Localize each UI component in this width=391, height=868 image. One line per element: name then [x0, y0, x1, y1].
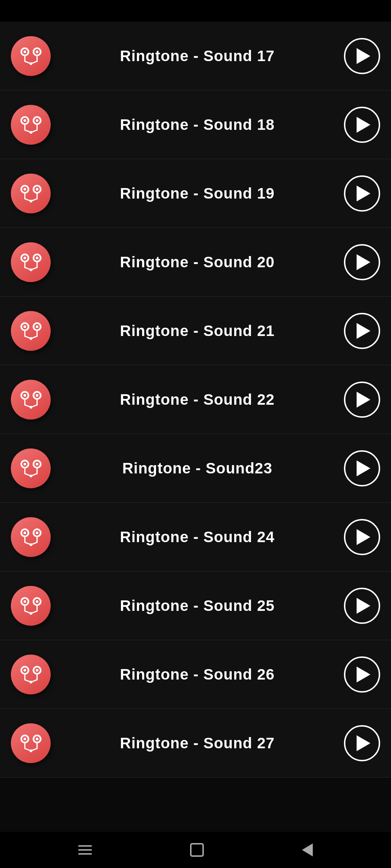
svg-point-16 — [35, 119, 38, 122]
play-button[interactable] — [344, 588, 380, 624]
home-icon[interactable] — [190, 843, 204, 857]
svg-point-60 — [35, 394, 38, 397]
list-item[interactable]: Ringtone - Sound 26 — [0, 640, 391, 709]
play-triangle-icon — [357, 667, 370, 682]
play-triangle-icon — [357, 460, 370, 476]
list-item[interactable]: Ringtone - Sound 27 — [0, 709, 391, 778]
play-triangle-icon — [357, 323, 370, 339]
svg-point-27 — [35, 188, 38, 191]
ringtone-name: Ringtone - Sound 20 — [51, 254, 344, 271]
play-triangle-icon — [357, 254, 370, 270]
svg-point-35 — [23, 257, 26, 260]
play-button[interactable] — [344, 175, 380, 212]
earbuds-icon — [11, 517, 51, 557]
svg-point-98 — [29, 612, 32, 615]
play-button[interactable] — [344, 382, 380, 418]
play-button[interactable] — [344, 107, 380, 143]
svg-point-24 — [23, 188, 26, 191]
svg-point-76 — [29, 475, 32, 477]
play-button[interactable] — [344, 725, 380, 761]
svg-point-112 — [23, 738, 26, 741]
ringtone-name: Ringtone - Sound 25 — [51, 597, 344, 614]
list-item[interactable]: Ringtone - Sound 24 — [0, 503, 391, 571]
svg-point-68 — [23, 463, 26, 466]
svg-point-46 — [23, 326, 26, 328]
play-button[interactable] — [344, 519, 380, 555]
ringtone-name: Ringtone - Sound 27 — [51, 735, 344, 752]
play-triangle-icon — [357, 735, 370, 751]
svg-point-79 — [23, 532, 26, 535]
list-item[interactable]: Ringtone - Sound 21 — [0, 297, 391, 365]
earbuds-icon — [11, 36, 51, 76]
status-bar — [0, 0, 391, 22]
svg-point-21 — [29, 131, 32, 134]
earbuds-icon — [11, 586, 51, 626]
svg-point-13 — [23, 119, 26, 122]
earbuds-icon — [11, 723, 51, 763]
ringtone-name: Ringtone - Sound 18 — [51, 116, 344, 133]
play-button[interactable] — [344, 450, 380, 486]
earbuds-icon — [11, 174, 51, 213]
svg-point-57 — [23, 394, 26, 397]
svg-point-93 — [35, 600, 38, 603]
svg-point-87 — [29, 543, 32, 546]
svg-point-65 — [29, 406, 32, 409]
svg-point-2 — [23, 51, 26, 54]
ringtone-name: Ringtone - Sound 26 — [51, 666, 344, 683]
earbuds-icon — [11, 311, 51, 351]
play-triangle-icon — [357, 186, 370, 201]
svg-point-109 — [29, 681, 32, 684]
play-button[interactable] — [344, 313, 380, 349]
svg-point-71 — [35, 463, 38, 466]
menu-icon[interactable] — [78, 845, 92, 855]
list-item[interactable]: Ringtone - Sound 25 — [0, 571, 391, 640]
svg-point-54 — [29, 337, 32, 340]
svg-point-43 — [29, 268, 32, 271]
svg-point-115 — [35, 738, 38, 741]
play-triangle-icon — [357, 117, 370, 133]
ringtone-name: Ringtone - Sound 22 — [51, 391, 344, 408]
svg-point-38 — [35, 257, 38, 260]
svg-point-82 — [35, 532, 38, 535]
ringtone-name: Ringtone - Sound 21 — [51, 322, 344, 340]
ringtone-name: Ringtone - Sound 19 — [51, 185, 344, 202]
earbuds-icon — [11, 655, 51, 694]
play-triangle-icon — [357, 392, 370, 408]
bottom-nav — [0, 832, 391, 868]
svg-point-90 — [23, 600, 26, 603]
play-triangle-icon — [357, 598, 370, 614]
list-item[interactable]: Ringtone - Sound 19 — [0, 159, 391, 228]
list-item[interactable]: Ringtone - Sound 17 — [0, 22, 391, 90]
play-triangle-icon — [357, 48, 370, 64]
play-button[interactable] — [344, 244, 380, 280]
play-button[interactable] — [344, 656, 380, 693]
svg-point-104 — [35, 669, 38, 672]
play-button[interactable] — [344, 38, 380, 74]
earbuds-icon — [11, 448, 51, 488]
ringtone-name: Ringtone - Sound 17 — [51, 47, 344, 65]
svg-point-5 — [35, 51, 38, 54]
play-triangle-icon — [357, 529, 370, 545]
ringtone-list: Ringtone - Sound 17 Ringtone - Sound 1 — [0, 22, 391, 832]
list-item[interactable]: Ringtone - Sound 20 — [0, 228, 391, 297]
svg-point-120 — [29, 749, 32, 752]
svg-point-10 — [29, 62, 32, 65]
ringtone-name: Ringtone - Sound 24 — [51, 528, 344, 546]
earbuds-icon — [11, 105, 51, 145]
list-item[interactable]: Ringtone - Sound23 — [0, 434, 391, 503]
svg-point-32 — [29, 200, 32, 203]
svg-point-49 — [35, 326, 38, 328]
back-icon[interactable] — [302, 843, 313, 856]
earbuds-icon — [11, 380, 51, 420]
svg-point-101 — [23, 669, 26, 672]
list-item[interactable]: Ringtone - Sound 18 — [0, 90, 391, 159]
list-item[interactable]: Ringtone - Sound 22 — [0, 365, 391, 434]
ringtone-name: Ringtone - Sound23 — [51, 460, 344, 477]
earbuds-icon — [11, 242, 51, 282]
